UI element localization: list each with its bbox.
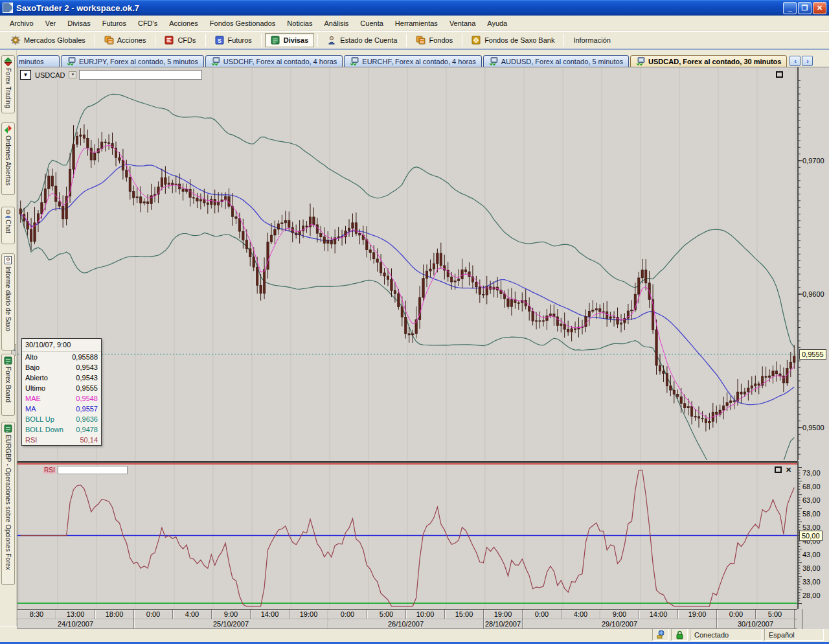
sidebar-tab-forex-board[interactable]: Forex Board bbox=[1, 354, 15, 416]
toolbar-button-fondos-de-saxo-bank[interactable]: Fondos de Saxo Bank bbox=[466, 33, 560, 47]
toolbar-button-fondos[interactable]: Fondos bbox=[410, 33, 459, 47]
date-cell: 26/10/2007 bbox=[328, 619, 484, 628]
toolbar-button-label: CFDs bbox=[177, 36, 196, 44]
network-status-cell[interactable] bbox=[652, 628, 669, 641]
menu-item-ayuda[interactable]: Ayuda bbox=[481, 17, 513, 29]
tab-usdcad-forex-al-contado-30-min[interactable]: USDCAD, Forex al contado, 30 minutos bbox=[630, 55, 787, 67]
tab-scroll-left-button[interactable]: ‹ bbox=[789, 56, 801, 66]
tab-minutos[interactable]: minutos bbox=[17, 55, 60, 67]
time-axis[interactable]: 8:3013:0018:000:004:009:0014:0019:000:00… bbox=[17, 609, 797, 629]
chart-menu-dropdown[interactable]: ▼ bbox=[20, 70, 31, 80]
tooltip-datetime: 30/10/07, 9:00 bbox=[22, 339, 101, 352]
tab-usdchf-forex-al-contado-4-hora[interactable]: USDCHF, Forex al contado, 4 horas bbox=[205, 55, 343, 67]
toolbar-button-informaci-n[interactable]: Información bbox=[567, 34, 616, 47]
tab-audusd-forex-al-contado-5-minu[interactable]: AUDUSD, Forex al contado, 5 minutos bbox=[483, 55, 629, 67]
sidebar-tab-chat[interactable]: Chat bbox=[1, 207, 15, 244]
tooltip-row-value: 0,9557 bbox=[76, 405, 98, 413]
rsi-panel-row: RSI ✕ 73,0068,0063,0058,0053,0048,0043,0… bbox=[17, 461, 829, 609]
rsi-plot[interactable]: RSI ✕ bbox=[17, 461, 797, 609]
language-text: Español bbox=[769, 631, 795, 639]
sidebar-tab-forex-trading[interactable]: Forex Trading bbox=[1, 55, 15, 113]
menu-item-ventana[interactable]: Ventana bbox=[444, 17, 481, 29]
chart-symbol: USDCAD bbox=[34, 71, 66, 79]
symbol-dropdown-arrow[interactable]: ▼ bbox=[69, 71, 76, 78]
toolbar-separator bbox=[563, 34, 564, 47]
menu-item-herramientas[interactable]: Herramientas bbox=[389, 17, 444, 29]
time-cell: 0:00 bbox=[328, 610, 367, 619]
tooltip-row-label: MA bbox=[25, 405, 36, 413]
account-icon bbox=[327, 36, 337, 45]
chart-symbol-toolbar: ▼ USDCAD ▼ bbox=[20, 70, 202, 80]
tab-eurjpy-forex-al-contado-5-minu[interactable]: EURJPY, Forex al contado, 5 minutos bbox=[61, 55, 204, 67]
tab-scroll-right-button[interactable]: › bbox=[802, 56, 813, 66]
tab-label: EURCHF, Forex al contado, 4 horas bbox=[362, 58, 475, 65]
sidebar-tab-ordenes-abiertas[interactable]: Ordenes Abiertas bbox=[1, 122, 15, 195]
toolbar-button-mercados-globales[interactable]: Mercados Globales bbox=[5, 33, 91, 47]
menu-item-noticias[interactable]: Noticias bbox=[281, 17, 318, 29]
security-status-cell[interactable] bbox=[671, 628, 688, 641]
price-plot[interactable]: ▼ USDCAD ▼ 30/10/07, 9:00 Alto0,95588Baj… bbox=[17, 67, 797, 460]
tooltip-row-label: RSI bbox=[25, 436, 37, 444]
minimize-button[interactable]: _ bbox=[783, 2, 797, 14]
time-axis-dates: 24/10/200725/10/200726/10/200728/10/2007… bbox=[17, 619, 797, 629]
tooltip-row-mae: MAE0,9548 bbox=[22, 393, 101, 404]
tooltip-row-value: 50,14 bbox=[80, 436, 98, 444]
menu-item-cuenta[interactable]: Cuenta bbox=[354, 17, 389, 29]
restore-button[interactable]: ❐ bbox=[798, 2, 812, 14]
close-button[interactable]: ✕ bbox=[813, 2, 826, 14]
date-cell: 28/10/2007 bbox=[484, 619, 523, 628]
toolbar-button-cfds[interactable]: CFDs bbox=[159, 33, 201, 47]
time-axis-times: 8:3013:0018:000:004:009:0014:0019:000:00… bbox=[17, 610, 797, 619]
menu-item-cfd-s[interactable]: CFD's bbox=[132, 17, 163, 29]
sidebar-tab-label: Chat bbox=[5, 220, 12, 233]
menu-item-futuros[interactable]: Futuros bbox=[97, 17, 132, 29]
rsi-settings-input[interactable] bbox=[58, 466, 128, 474]
tooltip-row-label: Alto bbox=[25, 353, 38, 361]
time-cell: 14:00 bbox=[639, 610, 678, 619]
document-tab-bar: minutosEURJPY, Forex al contado, 5 minut… bbox=[17, 50, 829, 67]
toolbar-button-label: Mercados Globales bbox=[24, 36, 85, 44]
tab-label: USDCAD, Forex al contado, 30 minutos bbox=[648, 58, 781, 65]
rsi-chart-canvas bbox=[17, 463, 797, 609]
tooltip-row-alto: Alto0,95588 bbox=[22, 352, 101, 362]
price-panel-maximize-icon[interactable] bbox=[776, 71, 783, 78]
tooltip-row-value: 0,9548 bbox=[76, 395, 98, 402]
sidebar-tab-informe-diario-de-saxo[interactable]: Informe diario de Saxo bbox=[1, 253, 15, 351]
tooltip-row-ultimo: Ultimo0,9555 bbox=[22, 383, 101, 393]
shares-icon bbox=[104, 36, 114, 45]
rsi-panel-maximize-icon[interactable] bbox=[775, 466, 782, 473]
tooltip-row-label: Ultimo bbox=[25, 384, 45, 392]
menu-item-divisas[interactable]: Divisas bbox=[62, 17, 96, 29]
toolbar-button-futuros[interactable]: SFuturos bbox=[209, 33, 258, 47]
menu-item-an-lisis[interactable]: Análisis bbox=[318, 17, 354, 29]
symbol-input[interactable] bbox=[79, 70, 202, 80]
toolbar-button-label: Divisas bbox=[284, 36, 309, 44]
rsi-label: RSI bbox=[43, 466, 56, 474]
price-axis[interactable]: 0,97000,96000,95000,9555 bbox=[797, 67, 824, 461]
toolbar-button-estado-de-cuenta[interactable]: Estado de Cuenta bbox=[321, 33, 403, 47]
network-icon bbox=[656, 630, 666, 639]
tab-eurchf-forex-al-contado-4-hora[interactable]: EURCHF, Forex al contado, 4 horas bbox=[344, 55, 481, 67]
sidebar-tab-eurgbp-operaciones-sobre-opc[interactable]: EURGBP - Operaciones sobre Opciones Fore… bbox=[1, 422, 15, 585]
menu-item-ver[interactable]: Ver bbox=[40, 17, 62, 29]
toolbar-button-acciones[interactable]: Acciones bbox=[98, 33, 152, 47]
menu-item-acciones[interactable]: Acciones bbox=[163, 17, 204, 29]
rsi-axis[interactable]: 73,0068,0063,0058,0053,0048,0043,0038,00… bbox=[797, 461, 824, 609]
time-cell: 18:00 bbox=[95, 610, 134, 619]
tooltip-row-value: 0,9543 bbox=[76, 363, 98, 371]
toolbar-separator bbox=[406, 34, 407, 47]
rsi-panel-close-icon[interactable]: ✕ bbox=[785, 466, 792, 474]
toolbar-button-label: Estado de Cuenta bbox=[340, 36, 397, 44]
language-status[interactable]: Español bbox=[764, 628, 824, 641]
rsi-axis-label: 58,00 bbox=[802, 510, 821, 518]
time-cell: 5:00 bbox=[756, 610, 795, 619]
chart-doc-icon bbox=[636, 57, 646, 65]
toolbar-button-divisas[interactable]: Divisas bbox=[265, 33, 315, 47]
time-cell: 19:00 bbox=[678, 610, 717, 619]
menu-item-archivo[interactable]: Archivo bbox=[4, 17, 40, 29]
tooltip-row-abierto: Abierto0,9543 bbox=[22, 373, 101, 383]
sidebar-tab-label: Forex Board bbox=[5, 367, 12, 402]
time-cell: 14:00 bbox=[251, 610, 290, 619]
funds-icon bbox=[416, 36, 426, 45]
menu-item-fondos-gestionados[interactable]: Fondos Gestionados bbox=[204, 17, 282, 29]
